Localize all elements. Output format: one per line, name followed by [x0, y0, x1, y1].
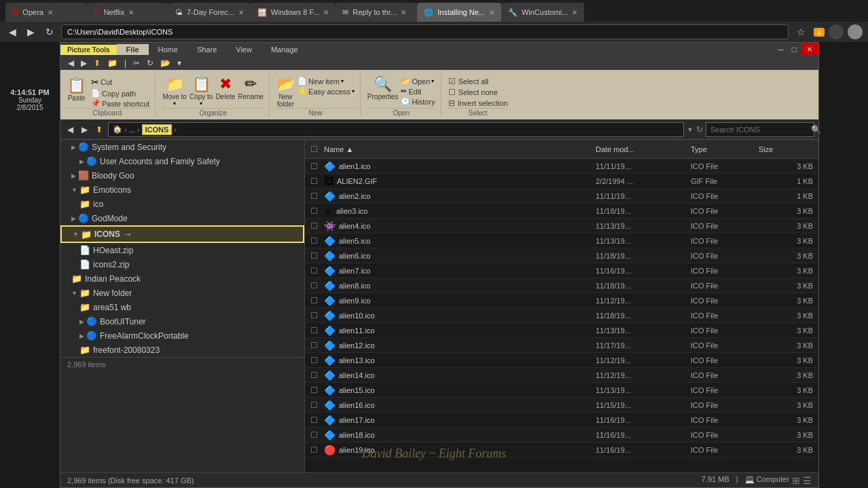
file-row[interactable]: ☐ 🔷 alien5.ico 11/13/19... ICO File 3 KB: [305, 233, 818, 248]
sidebar-item-icons2[interactable]: 📄 icons2.zip: [60, 257, 304, 271]
row-checkbox[interactable]: ☐: [310, 251, 324, 261]
file-row[interactable]: ☐ 🔷 alien16.ico 11/15/19... ICO File 3 K…: [305, 398, 818, 413]
tab-wincustom[interactable]: 🔧 WinCustomi... ✕: [501, 3, 584, 22]
forward-button[interactable]: ▶: [24, 25, 38, 39]
sidebar-item-emoticons[interactable]: ▼ 📁 Emoticons: [60, 183, 304, 197]
search-icon[interactable]: 🔍: [808, 125, 824, 134]
file-row[interactable]: ☐ ⚔ alien3.ico 11/18/19... ICO File 3 KB: [305, 204, 818, 219]
sidebar-item-ico[interactable]: 📁 ico: [60, 197, 304, 211]
back-button[interactable]: ◀: [5, 25, 20, 39]
col-size-header[interactable]: Size: [759, 145, 813, 153]
delete-button[interactable]: ✖ Delete: [215, 75, 235, 100]
breadcrumb-icons[interactable]: ICONS: [142, 124, 173, 135]
browser-address-bar[interactable]: [61, 24, 789, 39]
row-checkbox[interactable]: ☐: [310, 371, 324, 380]
sidebar-item-indian-peacock[interactable]: 📁 Indian Peacock: [60, 271, 304, 286]
tab-reply-close[interactable]: ✕: [401, 9, 406, 16]
row-checkbox[interactable]: ☐: [310, 311, 324, 320]
sidebar-item-freefont[interactable]: 📁 freefont-20080323: [60, 343, 304, 357]
new-folder-button[interactable]: 📂 Newfolder: [276, 75, 295, 108]
file-row[interactable]: ☐ 🔷 alien9.ico 11/12/19... ICO File 3 KB: [305, 293, 818, 308]
easy-access-button[interactable]: ⭐ Easy access ▾: [297, 87, 355, 96]
user-avatar[interactable]: [829, 24, 844, 39]
col-date-header[interactable]: Date mod...: [596, 145, 691, 153]
copy-to-button[interactable]: 📋 Copy to ▾: [189, 75, 213, 107]
tab-netflix-close[interactable]: ✕: [128, 9, 134, 16]
manage-tab[interactable]: Manage: [261, 44, 308, 55]
list-view-btn[interactable]: ⊞: [792, 475, 800, 486]
tab-wincustom-close[interactable]: ✕: [572, 9, 577, 16]
row-checkbox[interactable]: ☐: [310, 430, 324, 440]
bookmark-button[interactable]: ☆: [793, 25, 810, 39]
qa-recent[interactable]: 📁: [105, 58, 120, 69]
new-item-button[interactable]: 📄 New item ▾: [297, 77, 355, 86]
amazon-button[interactable]: a: [814, 28, 825, 37]
col-type-header[interactable]: Type: [691, 145, 759, 153]
edit-button[interactable]: ✏ Edit: [401, 87, 435, 96]
refresh-nav-btn[interactable]: ↻: [696, 125, 703, 134]
file-row[interactable]: ☐ 🔷 alien11.ico 11/13/19... ICO File 3 K…: [305, 323, 818, 338]
copy-path-button[interactable]: 📄 Copy path: [91, 89, 149, 98]
tab-installing[interactable]: 🌐 Installing Ne... ✕: [417, 3, 501, 22]
tab-opera[interactable]: O Opera ✕: [5, 3, 87, 22]
row-checkbox[interactable]: ☐: [310, 206, 324, 216]
move-to-button[interactable]: 📁 Move to ▾: [162, 75, 187, 107]
file-row[interactable]: ☐ 🔷 alien12.ico 11/17/19... ICO File 3 K…: [305, 338, 818, 353]
row-checkbox[interactable]: ☐: [310, 445, 324, 455]
tab-installing-close[interactable]: ✕: [489, 9, 494, 16]
invert-selection-button[interactable]: ⊟ Invert selection: [448, 98, 508, 108]
row-checkbox[interactable]: ☐: [310, 400, 324, 410]
file-row[interactable]: ☐ 🔴 alien19.ico 11/16/19... ICO File 3 K…: [305, 443, 818, 457]
file-row[interactable]: ☐ 🔷 alien15.ico 11/13/19... ICO File 3 K…: [305, 383, 818, 398]
tab-windows-close[interactable]: ✕: [323, 9, 329, 16]
row-checkbox[interactable]: ☐: [310, 176, 324, 186]
header-checkbox[interactable]: ☐: [310, 145, 324, 154]
sidebar-item-icons[interactable]: ▼ 📁 ICONS →: [60, 225, 304, 243]
sidebar-item-new-folder[interactable]: ▼ 📁 New folder: [60, 286, 304, 300]
select-none-button[interactable]: ☐ Select none: [448, 88, 508, 97]
sidebar-item-user-accounts[interactable]: ▶ 🔵 User Accounts and Family Safety: [60, 154, 304, 168]
tab-reply[interactable]: ✉ Reply to thr... ✕: [336, 3, 417, 22]
sidebar-item-godmode[interactable]: ▶ 🔵 GodMode: [60, 211, 304, 225]
qa-forward[interactable]: ▶: [79, 58, 89, 69]
paste-shortcut-button[interactable]: 📌 Paste shortcut: [91, 99, 149, 108]
file-row[interactable]: ☐ 🔷 alien8.ico 11/18/19... ICO File 3 KB: [305, 278, 818, 293]
row-checkbox[interactable]: ☐: [310, 386, 324, 395]
row-checkbox[interactable]: ☐: [310, 326, 324, 335]
details-view-btn[interactable]: ☰: [803, 475, 812, 486]
minimize-btn[interactable]: ─: [774, 43, 788, 56]
tab-forecast-close[interactable]: ✕: [238, 9, 244, 16]
up-nav-btn[interactable]: ⬆: [93, 124, 105, 136]
qa-dropdown[interactable]: ▾: [175, 58, 183, 69]
history-button[interactable]: 🕐 History: [401, 97, 435, 106]
row-checkbox[interactable]: ☐: [310, 356, 324, 365]
row-checkbox[interactable]: ☐: [310, 281, 324, 290]
tab-opera-close[interactable]: ✕: [48, 9, 53, 16]
picture-tools-tab[interactable]: Picture Tools: [60, 45, 117, 55]
file-row[interactable]: ☐ 🔷 alien14.ico 11/12/19... ICO File 3 K…: [305, 368, 818, 383]
select-all-button[interactable]: ☑ Select all: [448, 77, 508, 86]
file-row[interactable]: ☐ 🔷 alien1.ico 11/11/19... ICO File 3 KB: [305, 159, 818, 174]
share-tab[interactable]: Share: [187, 44, 226, 55]
refresh-button[interactable]: ↻: [42, 25, 57, 39]
forward-nav-btn[interactable]: ▶: [79, 124, 90, 136]
tab-forecast[interactable]: 🌤 7-Day Forec... ✕: [168, 3, 251, 22]
tab-windows[interactable]: 🪟 Windows 8 F... ✕: [251, 3, 336, 22]
cut-button[interactable]: ✂ Cut: [91, 77, 149, 88]
properties-button[interactable]: 🔍 Properties: [367, 75, 399, 100]
row-checkbox[interactable]: ☐: [310, 415, 324, 425]
row-checkbox[interactable]: ☐: [310, 296, 324, 305]
dropdown-arrow[interactable]: ▾: [688, 125, 692, 134]
file-row[interactable]: ☐ 🔷 alien7.ico 11/16/19... ICO File 3 KB: [305, 263, 818, 278]
file-row[interactable]: ☐ 🔷 alien18.ico 11/16/19... ICO File 3 K…: [305, 428, 818, 443]
sidebar-item-hoeast[interactable]: 📄 HOeast.zip: [60, 243, 304, 257]
file-row[interactable]: ☐ 🔷 alien2.ico 11/11/19... ICO File 1 KB: [305, 189, 818, 204]
sidebar-item-area51[interactable]: 📁 area51 wb: [60, 300, 304, 314]
file-row[interactable]: ☐ 🔷 alien13.ico 11/12/19... ICO File 3 K…: [305, 353, 818, 368]
file-tab[interactable]: File: [117, 44, 149, 55]
col-name-header[interactable]: Name ▲: [324, 145, 596, 153]
qa-new-folder[interactable]: 📂: [158, 58, 173, 69]
sidebar-item-bootui[interactable]: ▶ 🔵 BootUITuner: [60, 314, 304, 329]
sidebar-item-bloody-goo[interactable]: ▶ 🟫 Bloody Goo: [60, 168, 304, 183]
file-row[interactable]: ☐ 🔷 alien17.ico 11/16/19... ICO File 3 K…: [305, 413, 818, 428]
